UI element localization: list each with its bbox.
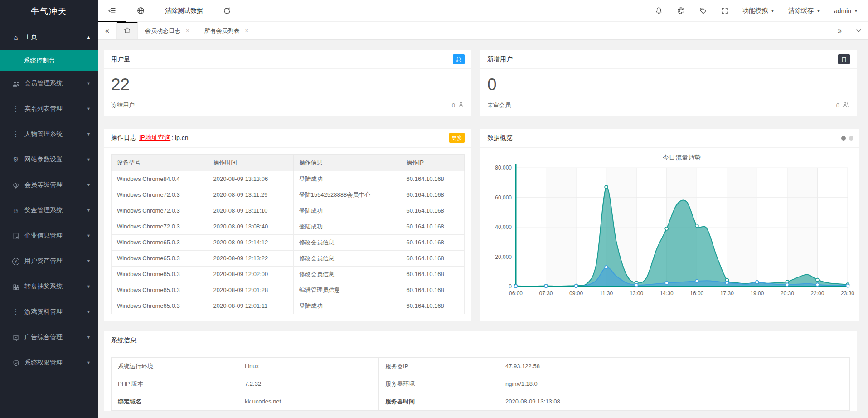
log-table-cell: 登陆成功 bbox=[293, 203, 401, 219]
tabbar: « 会员动态日志×所有会员列表× » bbox=[98, 22, 868, 40]
site-home-button[interactable] bbox=[126, 0, 155, 22]
svg-text:16:00: 16:00 bbox=[690, 290, 703, 296]
system-info-value: 7.2.32 bbox=[238, 375, 379, 393]
svg-text:14:30: 14:30 bbox=[660, 290, 674, 296]
refresh-button[interactable] bbox=[213, 0, 241, 22]
grid-icon bbox=[10, 282, 22, 291]
svg-text:17:30: 17:30 bbox=[720, 290, 734, 296]
sidebar-toggle-button[interactable] bbox=[98, 0, 126, 22]
day-badge: 日 bbox=[838, 54, 850, 64]
system-info-value: nginx/1.18.0 bbox=[499, 375, 850, 393]
sidebar-item-label: 实名列表管理 bbox=[24, 105, 63, 113]
billboard-icon bbox=[10, 333, 22, 341]
sidebar-item-label: 系统权限管理 bbox=[24, 359, 63, 367]
users-icon bbox=[10, 79, 22, 87]
sidebar-item-5[interactable]: 会员等级管理▼ bbox=[0, 172, 98, 198]
svg-text:40,000: 40,000 bbox=[495, 224, 512, 230]
clear-test-data-label: 清除测试数据 bbox=[165, 7, 203, 15]
chevron-down-icon: ▼ bbox=[87, 107, 91, 111]
tabs-scroll-right-button[interactable]: » bbox=[830, 22, 849, 39]
log-table-cell: Windows Chrome84.0.4 bbox=[112, 171, 208, 187]
log-table-cell: 60.164.10.168 bbox=[401, 219, 464, 234]
sidebar-item-3[interactable]: ⋮人物管理系统▼ bbox=[0, 122, 98, 147]
admin-user-label: admin bbox=[834, 7, 851, 15]
log-table-cell: 60.164.10.168 bbox=[401, 298, 464, 314]
new-users-card: 新增用户 日 0 未审会员 0 bbox=[480, 50, 857, 116]
sidebar-item-11[interactable]: 广告综合管理▼ bbox=[0, 325, 98, 350]
new-users-value: 0 bbox=[487, 76, 850, 94]
log-table-cell: 2020-08-09 13:08:40 bbox=[208, 219, 293, 234]
sidebar-item-8[interactable]: ¥用户资产管理▼ bbox=[0, 248, 98, 274]
system-info-row: 绑定域名kk.ucodes.net服务器时间2020-08-09 13:13:0… bbox=[112, 393, 850, 410]
ip-lookup-link[interactable]: IP地址查询 bbox=[139, 134, 170, 142]
function-simulate-dropdown[interactable]: 功能模拟 ▼ bbox=[742, 7, 775, 15]
log-table-cell: 2020-08-09 12:02:00 bbox=[208, 266, 293, 282]
sidebar-item-9[interactable]: 转盘抽奖系统▼ bbox=[0, 274, 98, 299]
tab-1[interactable]: 所有会员列表× bbox=[197, 22, 257, 39]
chevron-down-icon: ▼ bbox=[816, 9, 820, 13]
log-table-cell: Windows Chrome72.0.3 bbox=[112, 219, 208, 234]
log-table-cell: 60.164.10.168 bbox=[401, 266, 464, 282]
chevron-down-icon: ▼ bbox=[87, 360, 91, 365]
log-table-row: Windows Chrome84.0.42020-08-09 13:13:06登… bbox=[112, 171, 465, 187]
clear-cache-dropdown[interactable]: 清除缓存 ▼ bbox=[788, 7, 820, 15]
dots-icon: ⋮ bbox=[10, 308, 22, 316]
sidebar-item-1[interactable]: 会员管理系统▼ bbox=[0, 71, 98, 96]
chevron-down-icon: ▼ bbox=[87, 335, 91, 340]
smiley-icon: ☺ bbox=[10, 207, 22, 214]
sidebar-subitem[interactable]: 系统控制台 bbox=[0, 50, 98, 71]
log-table-cell: 60.164.10.168 bbox=[401, 187, 464, 203]
doc-edit-icon bbox=[10, 232, 22, 240]
svg-text:19:00: 19:00 bbox=[750, 290, 764, 296]
theme-palette-icon[interactable] bbox=[677, 6, 685, 15]
tab-close-icon[interactable]: × bbox=[186, 27, 189, 34]
svg-text:22:00: 22:00 bbox=[810, 290, 824, 296]
sidebar-item-2[interactable]: ⋮实名列表管理▼ bbox=[0, 96, 98, 122]
yen-icon: ¥ bbox=[10, 257, 22, 265]
ip-lookup-suffix: : ip.cn bbox=[171, 134, 188, 141]
chevron-down-icon: ▼ bbox=[87, 259, 91, 263]
sidebar-item-10[interactable]: ⋮游戏资料管理▼ bbox=[0, 299, 98, 325]
chevron-down-icon: ▼ bbox=[87, 233, 91, 238]
more-button[interactable]: 更多 bbox=[449, 133, 465, 143]
log-table-cell: Windows Chrome65.0.3 bbox=[112, 298, 208, 314]
function-simulate-label: 功能模拟 bbox=[742, 7, 768, 15]
tabs-menu-button[interactable] bbox=[849, 22, 868, 39]
carousel-dot-active[interactable] bbox=[841, 136, 846, 141]
sidebar-item-4[interactable]: ⚙网站参数设置▼ bbox=[0, 147, 98, 172]
sidebar-item-7[interactable]: 企业信息管理▼ bbox=[0, 223, 98, 248]
user-count-card: 用户量 总 22 冻结用户 0 bbox=[104, 50, 471, 116]
admin-user-dropdown[interactable]: admin ▼ bbox=[834, 7, 858, 15]
clear-test-data-button[interactable]: 清除测试数据 bbox=[155, 0, 213, 22]
sidebar-item-label: 用户资产管理 bbox=[24, 257, 63, 265]
log-table-cell: 2020-08-09 12:01:28 bbox=[208, 282, 293, 298]
chevron-down-icon: ▼ bbox=[771, 9, 775, 13]
diamond-icon bbox=[10, 181, 22, 189]
svg-text:06:00: 06:00 bbox=[509, 290, 523, 296]
sidebar-item-label: 会员管理系统 bbox=[24, 79, 63, 87]
log-column-header: 操作信息 bbox=[293, 154, 401, 171]
tab-0[interactable]: 会员动态日志× bbox=[138, 22, 197, 39]
log-table-cell: Windows Chrome65.0.3 bbox=[112, 282, 208, 298]
tag-icon[interactable] bbox=[699, 7, 707, 15]
sidebar-item-12[interactable]: 系统权限管理▼ bbox=[0, 350, 98, 375]
tab-home[interactable] bbox=[117, 22, 138, 39]
sidebar-item-label: 人物管理系统 bbox=[24, 130, 63, 138]
tabs-scroll-left-button[interactable]: « bbox=[98, 22, 117, 39]
chevron-down-icon: ▼ bbox=[87, 284, 91, 289]
sidebar-item-0[interactable]: ⌂主页▲ bbox=[0, 24, 98, 50]
globe-icon bbox=[136, 6, 145, 15]
refresh-icon bbox=[223, 7, 231, 15]
log-table-cell: 2020-08-09 13:11:10 bbox=[208, 203, 293, 219]
tab-close-icon[interactable]: × bbox=[245, 27, 249, 34]
carousel-dot[interactable] bbox=[849, 136, 853, 141]
open-tabs: 会员动态日志×所有会员列表× bbox=[138, 22, 256, 39]
log-table-cell: 2020-08-09 12:14:12 bbox=[208, 234, 293, 250]
log-table-cell: Windows Chrome65.0.3 bbox=[112, 266, 208, 282]
notifications-bell-icon[interactable] bbox=[655, 6, 663, 15]
fullscreen-icon[interactable] bbox=[721, 7, 729, 15]
sidebar-item-6[interactable]: ☺奖金管理系统▼ bbox=[0, 198, 98, 223]
dots-icon: ⋮ bbox=[10, 130, 22, 138]
log-column-header: 操作时间 bbox=[208, 154, 293, 171]
person-icon bbox=[457, 101, 465, 110]
